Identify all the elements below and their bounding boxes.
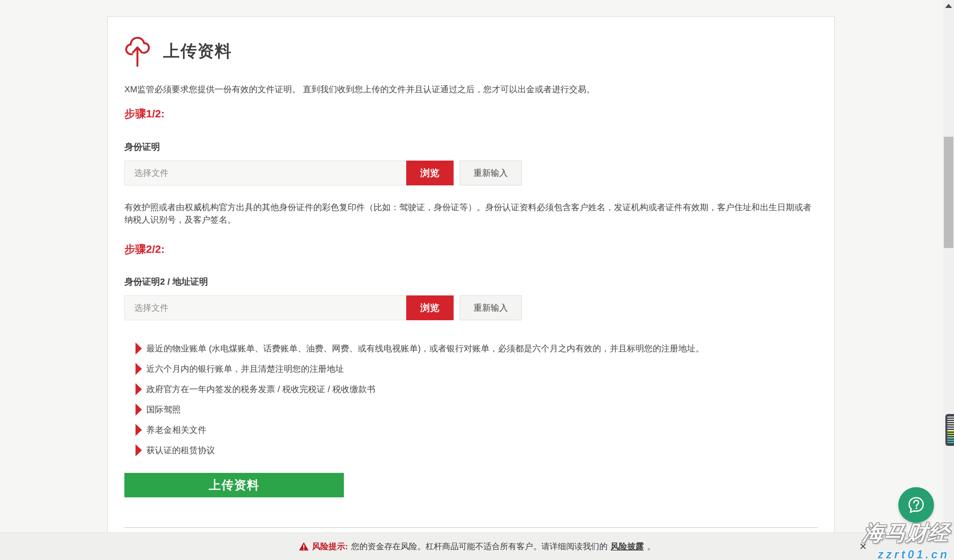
list-item: 最近的物业账单 (水电煤账单、话费账单、油费、网费、或有线电视账单)，或者银行对…: [136, 342, 818, 355]
card-header: 上传资料: [125, 35, 818, 68]
card-divider: [125, 527, 818, 528]
vertical-scrollbar[interactable]: [943, 0, 954, 560]
step2-browse-button[interactable]: 浏览: [406, 296, 454, 320]
step1-field-label: 身份证明: [125, 141, 818, 153]
step2-field-label: 身份证明2 / 地址证明: [125, 276, 818, 288]
list-item-text: 获认证的租赁协议: [147, 445, 215, 455]
red-arrow-icon: [136, 363, 142, 375]
list-item: 养老金相关文件: [136, 424, 818, 436]
list-item-text: 政府官方在一年内签发的税务发票 / 税收完税证 / 税收缴款书: [147, 384, 376, 394]
step1-file-row: 选择文件 浏览 重新输入: [125, 160, 818, 185]
red-arrow-icon: [136, 342, 142, 355]
step1-file-input[interactable]: 选择文件: [125, 160, 406, 185]
risk-disclosure-link[interactable]: 风险披露: [611, 541, 644, 552]
risk-prefix: 风险提示:: [312, 541, 348, 552]
warning-triangle-icon: [299, 542, 309, 551]
page-title: 上传资料: [163, 40, 232, 62]
question-chat-icon: [906, 495, 926, 515]
equalizer-stripes-white: [947, 417, 954, 431]
step1-reset-button[interactable]: 重新输入: [460, 160, 522, 185]
step1-description: 有效护照或者由权威机构官方出具的其他身份证件的彩色复印件（比如：驾驶证，身份证等…: [125, 201, 818, 226]
red-arrow-icon: [136, 444, 142, 456]
risk-warning-content: 风险提示: 您的资金存在风险。杠杆商品可能不适合所有客户。请详细阅读我们的风险披…: [299, 541, 655, 552]
list-item: 获认证的租赁协议: [136, 444, 818, 456]
equalizer-stripes-yellow: [947, 431, 954, 437]
close-icon[interactable]: ×: [859, 533, 867, 560]
list-item-text: 最近的物业账单 (水电煤账单、话费账单、油费、网费、或有线电视账单)，或者银行对…: [147, 344, 704, 353]
step2-heading: 步骤2/2:: [125, 242, 818, 256]
list-item-text: 养老金相关文件: [147, 425, 206, 435]
equalizer-widget[interactable]: [945, 414, 954, 446]
step2-file-input[interactable]: 选择文件: [125, 296, 406, 320]
red-arrow-icon: [136, 424, 142, 436]
intro-text: XM监管必须要求您提供一份有效的文件证明。 直到我们收到您上传的文件并且认证通过…: [125, 84, 818, 95]
step1-browse-button[interactable]: 浏览: [406, 160, 454, 185]
cloud-upload-icon: [125, 35, 150, 68]
list-item: 国际驾照: [136, 404, 818, 415]
accepted-documents-list: 最近的物业账单 (水电煤账单、话费账单、油费、网费、或有线电视账单)，或者银行对…: [125, 342, 818, 456]
equalizer-stripes-teal: [947, 437, 954, 444]
risk-warning-bar: 风险提示: 您的资金存在风险。杠杆商品可能不适合所有客户。请详细阅读我们的风险披…: [0, 532, 954, 560]
list-item-text: 近六个月内的银行账单，并且清楚注明您的注册地址: [147, 364, 344, 374]
help-chat-button[interactable]: [898, 487, 934, 523]
step1-heading: 步骤1/2:: [125, 107, 818, 121]
step2-file-row: 选择文件 浏览 重新输入: [125, 296, 818, 320]
red-arrow-icon: [136, 383, 142, 395]
scrollbar-thumb[interactable]: [944, 137, 953, 248]
red-arrow-icon: [136, 404, 142, 415]
risk-text: 您的资金存在风险。杠杆商品可能不适合所有客户。请详细阅读我们的: [351, 541, 608, 552]
upload-documents-card: 上传资料 XM监管必须要求您提供一份有效的文件证明。 直到我们收到您上传的文件并…: [107, 17, 835, 533]
risk-suffix: 。: [647, 541, 655, 552]
list-item: 近六个月内的银行账单，并且清楚注明您的注册地址: [136, 363, 818, 375]
list-item-text: 国际驾照: [147, 405, 181, 414]
scroll-up-arrow-icon[interactable]: [945, 4, 952, 8]
upload-documents-button[interactable]: 上传资料: [125, 473, 344, 497]
list-item: 政府官方在一年内签发的税务发票 / 税收完税证 / 税收缴款书: [136, 383, 818, 395]
step2-reset-button[interactable]: 重新输入: [460, 296, 522, 320]
